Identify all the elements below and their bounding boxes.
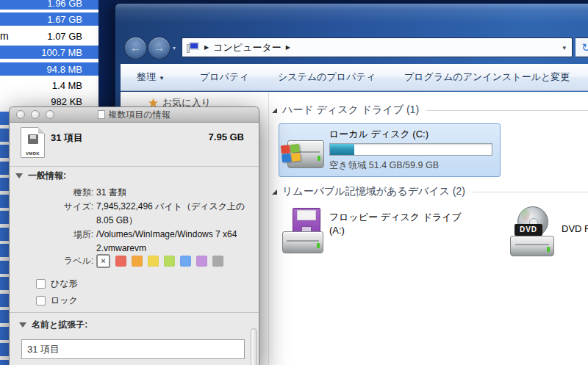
recent-pages-chevron-icon[interactable]: ▾ [173, 45, 176, 51]
info-window-titlebar[interactable]: 複数項目の情報 [10, 107, 259, 123]
label-swatch-blue[interactable] [180, 256, 191, 267]
name-input[interactable] [21, 339, 245, 359]
navigation-bar: ← → ▾ ▶ コンピューター ▶ ▾ ↻ [115, 36, 588, 64]
label-swatch-red[interactable] [115, 256, 126, 267]
drives-view: ハード ディスク ドライブ (1) ローカル ディスク (C:) 空き領域 51… [269, 92, 588, 365]
info-row-size: サイズ: 7,945,322,496 バイト（ディスク上の 8.05 GB） [10, 200, 252, 228]
lock-checkbox-row: ロック [36, 294, 78, 307]
item-count-label: 31 項目 [51, 131, 83, 145]
file-size: 100.7 MB [41, 47, 82, 58]
collapse-triangle-icon[interactable] [272, 189, 277, 195]
lock-checkbox[interactable] [36, 296, 46, 306]
back-button[interactable]: ← [124, 37, 147, 59]
file-name-fragment: m [0, 30, 9, 42]
group-header-hdd[interactable]: ハード ディスク ドライブ (1) [272, 104, 588, 117]
drive-led [318, 156, 320, 161]
label-swatch-orange[interactable] [132, 256, 143, 267]
label-swatch-yellow[interactable] [148, 256, 159, 267]
dvd-band-label: DVD [514, 224, 542, 236]
uninstall-program-button[interactable]: プログラムのアンインストールと変更 [404, 71, 570, 84]
local-disk-item[interactable]: ローカル ディスク (C:) 空き領域 51.4 GB/59.9 GB [279, 123, 501, 177]
group-title: ハード ディスク ドライブ (1) [282, 104, 419, 117]
field-label: ラベル: [10, 254, 93, 268]
info-row-kind: 種類: 31 書類 [10, 186, 252, 200]
document-icon [98, 110, 105, 119]
breadcrumb-computer[interactable]: コンピューター [213, 41, 282, 54]
file-icon-caption: VMDK [21, 151, 44, 156]
floppy-drive-icon [281, 208, 326, 258]
list-item[interactable]: 1.96 GB [0, 0, 98, 10]
disk-usage-fill [330, 144, 354, 155]
label-swatch-green[interactable] [164, 256, 175, 267]
computer-icon [187, 42, 200, 54]
general-info-rows: 種類: 31 書類 サイズ: 7,945,322,496 バイト（ディスク上の … [10, 186, 252, 256]
device-name: フロッピー ディスク ドライブ (A:) [329, 211, 476, 237]
dvd-drive-icon: DVD [509, 206, 559, 259]
label-swatch-gray[interactable] [212, 256, 223, 267]
disclosure-triangle-icon[interactable] [15, 173, 23, 178]
breadcrumb-separator-icon[interactable]: ▶ [286, 44, 290, 51]
address-bar[interactable]: ▶ コンピューター ▶ ▾ [182, 37, 573, 57]
field-label: 場所: [10, 228, 93, 256]
field-label: サイズ: [10, 200, 93, 228]
command-toolbar: 整理▼ プロパティ システムのプロパティ プログラムのアンインストールと変更 [121, 64, 588, 91]
section-title: 名前と拡張子: [32, 319, 87, 331]
info-window: 複数項目の情報 VMDK 31 項目 7.95 GB 一般情報: 種類: 31 … [9, 106, 259, 365]
list-item[interactable]: 100.7 MB [0, 46, 98, 59]
general-info-header[interactable]: 一般情報: [15, 170, 66, 182]
group-header-removable[interactable]: リムーバブル記憶域があるデバイス (2) [272, 185, 588, 198]
disclosure-triangle-icon[interactable] [19, 322, 26, 328]
field-value: 7,945,322,496 バイト（ディスク上の 8.05 GB） [96, 200, 248, 228]
file-size: 982 KB [51, 96, 82, 107]
stationery-checkbox[interactable] [36, 279, 46, 289]
collapse-triangle-icon[interactable] [272, 108, 277, 113]
vmdk-file-icon: VMDK [21, 127, 45, 158]
field-value: 31 書類 [96, 186, 248, 200]
list-item[interactable]: 1.67 GB [0, 12, 98, 26]
checkbox-label: ひな形 [51, 278, 78, 290]
organize-menu-button[interactable]: 整理▼ [137, 71, 165, 84]
section-divider [10, 166, 259, 167]
file-size: 1.07 GB [47, 31, 82, 42]
file-size: 1.4 MB [52, 80, 82, 91]
group-rule [426, 110, 588, 111]
forward-arrow-icon: → [148, 41, 170, 54]
list-item[interactable]: m1.07 GB [0, 29, 98, 43]
total-size-label: 7.95 GB [209, 131, 244, 142]
label-color-row: ラベル: × [10, 254, 252, 268]
file-size: 94.8 MB [47, 64, 82, 75]
clear-label-button[interactable]: × [96, 254, 110, 268]
section-title: 一般情報: [28, 170, 66, 182]
drive-name: ローカル ディスク (C:) [329, 128, 429, 141]
checkbox-label: ロック [51, 294, 78, 307]
free-space-label: 空き領域 51.4 GB/59.9 GB [329, 159, 439, 172]
group-rule [473, 192, 588, 192]
forward-button[interactable]: → [148, 37, 171, 59]
field-value: /Volumes/WinImage/Windows 7 x64 2.vmware… [96, 228, 248, 256]
window-title: 複数項目の情報 [10, 109, 259, 121]
windows-flag-icon [281, 144, 301, 164]
name-extension-header[interactable]: 名前と拡張子: [19, 319, 87, 331]
field-label: 種類: [10, 186, 93, 200]
file-size: 1.96 GB [47, 0, 82, 9]
list-item[interactable]: 94.8 MB [0, 62, 98, 76]
properties-button[interactable]: プロパティ [200, 71, 249, 84]
label-swatch-purple[interactable] [196, 256, 207, 267]
system-properties-button[interactable]: システムのプロパティ [278, 71, 376, 84]
chevron-down-icon: ▼ [159, 75, 165, 82]
refresh-button[interactable]: ↻ [576, 37, 588, 57]
back-arrow-icon: ← [125, 41, 146, 54]
section-divider [10, 312, 259, 313]
info-row-location: 場所: /Volumes/WinImage/Windows 7 x64 2.vm… [10, 228, 252, 256]
local-disk-icon [282, 131, 326, 174]
address-dropdown-icon[interactable]: ▾ [562, 44, 566, 51]
stationery-checkbox-row: ひな形 [36, 278, 78, 290]
list-item[interactable]: 1.4 MB [0, 79, 98, 92]
device-name: DVD RW [562, 223, 588, 236]
file-size: 1.67 GB [47, 14, 82, 25]
disk-usage-bar [329, 143, 492, 156]
scrollbar-thumb[interactable] [251, 328, 257, 365]
breadcrumb-separator-icon: ▶ [204, 44, 209, 51]
group-title: リムーバブル記憶域があるデバイス (2) [282, 185, 465, 198]
